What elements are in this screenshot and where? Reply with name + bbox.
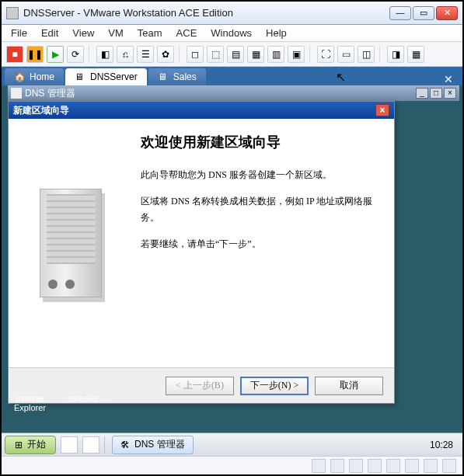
guest-taskbar: ⊞ 开始 🛠 DNS 管理器 10:28 (2, 433, 462, 456)
menu-team[interactable]: Team (138, 27, 162, 39)
tab-dnsserver[interactable]: 🖥 DNSServer (65, 68, 147, 85)
mmc-minimize-button[interactable]: _ (416, 88, 428, 99)
tray-volume-icon[interactable] (411, 439, 424, 451)
wizard-title-bar[interactable]: 新建区域向导 × (9, 102, 394, 119)
wizard-heading: 欢迎使用新建区域向导 (141, 133, 379, 151)
snapshot-manager-icon[interactable]: ☰ (137, 46, 154, 63)
unity-icon[interactable]: ◫ (358, 46, 375, 63)
cursor-icon: ↖ (336, 70, 346, 85)
tab-home-label: Home (30, 71, 54, 82)
menu-edit[interactable]: Edit (41, 27, 58, 39)
vm-icon: 🖥 (158, 71, 169, 82)
wizard-close-button[interactable]: × (375, 104, 389, 116)
tray-icon[interactable] (349, 439, 361, 451)
quicklaunch-button[interactable] (61, 436, 78, 453)
wizard-graphic-panel (9, 119, 133, 367)
tray-network-icon[interactable] (396, 439, 408, 451)
toolbar-icon[interactable]: ✿ (157, 46, 174, 63)
wizard-content: 欢迎使用新建区域向导 此向导帮助您为 DNS 服务器创建一个新区域。 区域将 D… (133, 119, 394, 367)
tabs-close-button[interactable]: ✕ (438, 73, 459, 85)
toolbar-separator (89, 46, 92, 63)
quicklaunch-button[interactable] (82, 436, 99, 453)
vmware-minimize-button[interactable]: — (389, 6, 411, 20)
menu-windows[interactable]: Windows (211, 27, 252, 39)
menu-vm[interactable]: VM (108, 27, 124, 39)
fullscreen-icon[interactable]: ⛶ (317, 46, 334, 63)
tray-icon[interactable] (380, 439, 392, 451)
wizard-back-button: < 上一步(B) (166, 377, 234, 395)
status-device-icon[interactable] (330, 459, 344, 473)
wizard-next-button[interactable]: 下一步(N) > (240, 377, 309, 395)
status-device-icon[interactable] (424, 459, 438, 473)
toolbar-icon[interactable]: ▥ (267, 46, 284, 63)
tab-home[interactable]: 🏠 Home (5, 68, 64, 85)
toolbar-icon[interactable]: ⬚ (207, 46, 224, 63)
toolbar-separator (309, 46, 312, 63)
vmware-tab-bar: 🏠 Home 🖥 DNSServer 🖥 Sales ✕ ↖ (2, 67, 462, 85)
mmc-close-button[interactable]: × (444, 88, 456, 99)
system-tray: 10:28 (346, 439, 459, 451)
vmware-status-bar (2, 456, 462, 474)
tray-icon[interactable] (365, 439, 377, 451)
toolbar-icon[interactable]: ▦ (247, 46, 264, 63)
tab-dnsserver-label: DNSServer (90, 71, 138, 82)
taskbar-task-dns[interactable]: 🛠 DNS 管理器 (112, 436, 194, 454)
thumbnail-icon[interactable]: ▦ (407, 46, 424, 63)
taskbar-clock[interactable]: 10:28 (427, 440, 456, 450)
tab-sales[interactable]: 🖥 Sales (148, 68, 206, 85)
status-device-icon[interactable] (349, 459, 363, 473)
vm-play-icon[interactable]: ▶ (47, 46, 64, 63)
new-zone-wizard-dialog: 新建区域向导 × 欢迎使用新建区域向导 此向导帮助您为 DNS 服务器创建一个新… (8, 101, 395, 404)
menu-ace[interactable]: ACE (176, 27, 197, 39)
toolbar-separator (179, 46, 182, 63)
status-device-icon[interactable] (386, 459, 400, 473)
vmware-maximize-button[interactable]: ▭ (413, 6, 434, 20)
vmware-window-buttons: — ▭ ✕ (389, 6, 458, 20)
snapshot-revert-icon[interactable]: ⎌ (117, 46, 134, 63)
desktop-icons: Internet Explorer ethereal-... (14, 394, 109, 412)
vmware-title: DNSServer - VMware Workstation ACE Editi… (6, 7, 389, 19)
status-device-icon[interactable] (405, 459, 419, 473)
menu-file[interactable]: File (11, 27, 27, 39)
vm-suspend-icon[interactable]: ❚❚ (26, 46, 44, 63)
toolbar-icon[interactable]: ▤ (227, 46, 244, 63)
guest-desktop[interactable]: DNS 管理器 _ □ × + + 💾 新建区域向导 × 欢迎使用新建区域向导 … (2, 85, 462, 456)
vm-reset-icon[interactable]: ⟳ (67, 46, 84, 63)
server-graphic-icon (40, 189, 102, 297)
wizard-title-text: 新建区域向导 (13, 104, 375, 117)
start-button[interactable]: ⊞ 开始 (5, 436, 56, 454)
wizard-text-3: 若要继续，请单击“下一步”。 (141, 236, 379, 252)
dns-icon (11, 88, 22, 99)
status-device-icon[interactable] (442, 459, 456, 473)
mmc-title-text: DNS 管理器 (25, 87, 413, 100)
wizard-cancel-button[interactable]: 取消 (315, 377, 383, 395)
wizard-body: 欢迎使用新建区域向导 此向导帮助您为 DNS 服务器创建一个新区域。 区域将 D… (9, 119, 394, 367)
snapshot-icon[interactable]: ◧ (96, 46, 113, 63)
desktop-icon-ethereal[interactable]: ethereal-... (68, 394, 109, 412)
sidebar-icon[interactable]: ◨ (387, 46, 404, 63)
toolbar-icon[interactable]: ▣ (288, 46, 305, 63)
toolbar-icon[interactable]: ◻ (187, 46, 204, 63)
vmware-title-text: DNSServer - VMware Workstation ACE Editi… (23, 7, 233, 19)
vmware-app-icon (6, 7, 19, 19)
mmc-window-controls: _ □ × (416, 88, 456, 99)
quickswitch-icon[interactable]: ▭ (337, 46, 354, 63)
wizard-text-1: 此向导帮助您为 DNS 服务器创建一个新区域。 (141, 167, 379, 182)
mmc-maximize-button[interactable]: □ (430, 88, 442, 99)
status-device-icon[interactable] (312, 459, 326, 473)
tab-sales-label: Sales (173, 71, 197, 82)
start-label: 开始 (27, 438, 46, 451)
menu-view[interactable]: View (72, 27, 94, 39)
home-icon: 🏠 (14, 71, 25, 82)
vmware-toolbar: ■ ❚❚ ▶ ⟳ ◧ ⎌ ☰ ✿ ◻ ⬚ ▤ ▦ ▥ ▣ ⛶ ▭ ◫ ◨ ▦ (2, 42, 462, 67)
mmc-title-bar: DNS 管理器 _ □ × (8, 85, 459, 101)
vm-icon: 🖥 (75, 71, 85, 82)
status-device-icon[interactable] (368, 459, 382, 473)
dns-icon: 🛠 (120, 440, 130, 450)
vm-poweroff-icon[interactable]: ■ (6, 46, 23, 63)
windows-logo-icon: ⊞ (15, 440, 23, 450)
menu-help[interactable]: Help (266, 27, 287, 39)
desktop-icon-ie[interactable]: Internet Explorer (14, 394, 46, 412)
vmware-close-button[interactable]: ✕ (436, 6, 458, 20)
vmware-title-bar: DNSServer - VMware Workstation ACE Editi… (2, 2, 462, 25)
